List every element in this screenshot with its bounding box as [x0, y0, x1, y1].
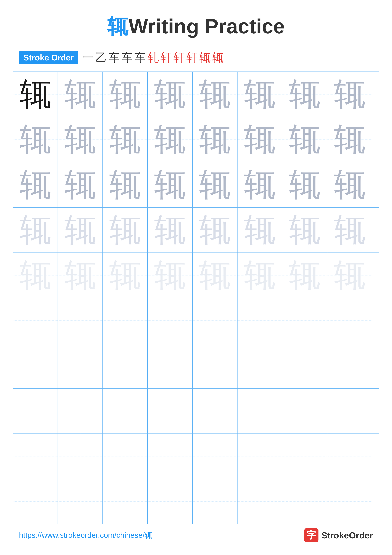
- grid-cell[interactable]: 辄: [58, 208, 103, 253]
- grid-cell[interactable]: [58, 479, 103, 524]
- grid-cell[interactable]: [282, 479, 327, 524]
- grid-cell[interactable]: [58, 434, 103, 479]
- grid-cell[interactable]: 辄: [13, 117, 58, 162]
- grid-row: 辄辄辄辄辄辄辄辄: [13, 117, 379, 162]
- cell-character: 辄: [289, 79, 321, 110]
- grid-cell[interactable]: [148, 298, 192, 343]
- cell-character: 辄: [334, 124, 366, 155]
- grid-cell[interactable]: 辄: [58, 72, 103, 117]
- grid-cell[interactable]: [103, 298, 148, 343]
- grid-cell[interactable]: 辄: [13, 162, 58, 207]
- grid-cell[interactable]: [327, 343, 372, 388]
- grid-cell[interactable]: 辄: [13, 72, 58, 117]
- grid-cell[interactable]: 辄: [58, 253, 103, 298]
- grid-cell[interactable]: 辄: [237, 208, 282, 253]
- grid-cell[interactable]: 辄: [58, 162, 103, 207]
- grid-cell[interactable]: [103, 388, 148, 433]
- grid-cell[interactable]: 辄: [103, 162, 148, 207]
- grid-cell[interactable]: [282, 298, 327, 343]
- grid-cell[interactable]: 辄: [58, 117, 103, 162]
- cell-character: 辄: [109, 259, 141, 291]
- grid-cell[interactable]: 辄: [237, 253, 282, 298]
- grid-cell[interactable]: 辄: [327, 253, 372, 298]
- grid-cell[interactable]: 辄: [192, 208, 237, 253]
- grid-cell[interactable]: [13, 388, 58, 433]
- grid-cell[interactable]: [13, 298, 58, 343]
- grid-cell[interactable]: 辄: [282, 253, 327, 298]
- footer-brand-name: StrokeOrder: [321, 530, 373, 540]
- grid-cell[interactable]: 辄: [192, 253, 237, 298]
- grid-cell[interactable]: [58, 388, 103, 433]
- grid-cell[interactable]: [13, 479, 58, 524]
- grid-cell[interactable]: 辄: [103, 72, 148, 117]
- grid-cell[interactable]: 辄: [148, 117, 192, 162]
- grid-cell[interactable]: 辄: [148, 72, 192, 117]
- grid-cell[interactable]: 辄: [103, 117, 148, 162]
- grid-cell[interactable]: 辄: [103, 253, 148, 298]
- grid-cell[interactable]: [192, 388, 237, 433]
- title-char: 辄: [107, 15, 128, 38]
- grid-cell[interactable]: [58, 343, 103, 388]
- grid-cell[interactable]: 辄: [327, 208, 372, 253]
- grid-cell[interactable]: 辄: [103, 208, 148, 253]
- grid-cell[interactable]: 辄: [282, 72, 327, 117]
- grid-cell[interactable]: [192, 479, 237, 524]
- grid-cell[interactable]: 辄: [148, 253, 192, 298]
- grid-cell[interactable]: 辄: [282, 162, 327, 207]
- grid-cell[interactable]: 辄: [148, 162, 192, 207]
- grid-cell[interactable]: [327, 434, 372, 479]
- grid-row: [13, 434, 379, 479]
- grid-cell[interactable]: [327, 298, 372, 343]
- grid-cell[interactable]: [103, 343, 148, 388]
- grid-cell[interactable]: [282, 388, 327, 433]
- grid-cell[interactable]: [327, 479, 372, 524]
- cell-character: 辄: [109, 124, 141, 155]
- grid-cell[interactable]: [103, 434, 148, 479]
- cell-character: 辄: [64, 79, 96, 110]
- grid-cell[interactable]: [148, 434, 192, 479]
- page-title: 辄 Writing Practice: [0, 0, 392, 41]
- grid-cell[interactable]: [282, 434, 327, 479]
- grid-cell[interactable]: 辄: [148, 208, 192, 253]
- cell-character: 辄: [244, 214, 276, 246]
- grid-cell[interactable]: 辄: [282, 117, 327, 162]
- grid-cell[interactable]: [103, 479, 148, 524]
- grid-cell[interactable]: [327, 388, 372, 433]
- grid-cell[interactable]: 辄: [192, 72, 237, 117]
- grid-cell[interactable]: 辄: [13, 253, 58, 298]
- cell-character: 辄: [20, 124, 51, 155]
- cell-character: 辄: [199, 169, 231, 201]
- grid-cell[interactable]: 辄: [237, 72, 282, 117]
- grid-cell[interactable]: 辄: [192, 162, 237, 207]
- grid-cell[interactable]: 辄: [13, 208, 58, 253]
- cell-character: 辄: [334, 214, 366, 246]
- grid-cell[interactable]: [148, 479, 192, 524]
- cell-character: 辄: [289, 124, 321, 155]
- grid-cell[interactable]: 辄: [237, 117, 282, 162]
- grid-cell[interactable]: [237, 479, 282, 524]
- stroke-3: 车: [108, 50, 120, 65]
- grid-cell[interactable]: [237, 298, 282, 343]
- grid-cell[interactable]: [192, 298, 237, 343]
- grid-cell[interactable]: [58, 298, 103, 343]
- grid-cell[interactable]: [13, 434, 58, 479]
- grid-cell[interactable]: [192, 343, 237, 388]
- grid-cell[interactable]: [237, 343, 282, 388]
- grid-cell[interactable]: [148, 388, 192, 433]
- grid-cell[interactable]: [282, 343, 327, 388]
- footer-brand: 字 StrokeOrder: [304, 528, 373, 542]
- grid-cell[interactable]: [148, 343, 192, 388]
- grid-cell[interactable]: [237, 388, 282, 433]
- grid-cell[interactable]: 辄: [327, 162, 372, 207]
- grid-cell[interactable]: 辄: [282, 208, 327, 253]
- grid-cell[interactable]: [237, 434, 282, 479]
- grid-cell[interactable]: 辄: [327, 72, 372, 117]
- grid-cell[interactable]: 辄: [327, 117, 372, 162]
- grid-cell[interactable]: 辄: [192, 117, 237, 162]
- footer-url[interactable]: https://www.strokeorder.com/chinese/辄: [19, 530, 152, 540]
- grid-row: 辄辄辄辄辄辄辄辄: [13, 72, 379, 117]
- grid-cell[interactable]: [192, 434, 237, 479]
- grid-cell[interactable]: 辄: [237, 162, 282, 207]
- cell-character: 辄: [289, 169, 321, 201]
- grid-cell[interactable]: [13, 343, 58, 388]
